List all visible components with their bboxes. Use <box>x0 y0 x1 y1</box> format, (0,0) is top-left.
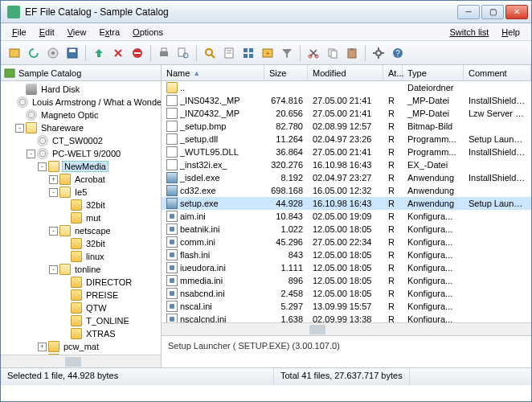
status-total: Total 41 files, 27.637.717 bytes <box>274 368 410 385</box>
tree-node-label: pcw_mat <box>62 342 100 351</box>
col-comment[interactable]: Comment <box>464 65 531 80</box>
menu-switch-list[interactable]: Switch list <box>443 26 495 39</box>
tree-node[interactable]: -PC-WELT 9/2000 <box>1 147 161 160</box>
file-row[interactable]: beatnik.ini1.02212.05.00 18:05RKonfigura… <box>162 223 531 236</box>
menu-view[interactable]: View <box>61 26 93 39</box>
tb-settings-icon[interactable] <box>370 44 387 62</box>
tb-paste-icon[interactable] <box>343 44 361 62</box>
file-row[interactable]: _setup.bmp82.78002.08.99 12:57RBitmap-Bi… <box>162 120 531 133</box>
tb-print-icon[interactable] <box>155 44 173 62</box>
tree-node[interactable]: -Ie5 <box>1 186 161 199</box>
tb-up-icon[interactable] <box>90 44 108 62</box>
menu-help[interactable]: Help <box>495 26 526 39</box>
tree-node[interactable]: XTRAS <box>1 327 161 340</box>
tree-node[interactable]: +Acrobat <box>1 173 161 186</box>
tb-recurse-icon[interactable]: + <box>259 44 276 62</box>
close-button[interactable]: ✕ <box>505 5 528 19</box>
file-name: _INS0432._MP <box>180 96 240 105</box>
exp-spacer <box>60 214 69 223</box>
collapse-icon[interactable]: - <box>49 227 58 236</box>
tb-stop-icon[interactable] <box>129 44 146 62</box>
list-hscrollbar[interactable] <box>162 322 531 335</box>
file-row[interactable]: nsabcnd.ini2.45812.05.00 18:05RKonfigura… <box>162 287 531 300</box>
tree-node[interactable]: QTW <box>1 302 161 314</box>
tree-node[interactable]: -Shareware <box>1 121 161 134</box>
collapse-icon[interactable]: - <box>49 265 58 274</box>
file-list[interactable]: ..Dateiordner_INS0432._MP674.81627.05.00… <box>162 81 531 322</box>
tb-filter-icon[interactable] <box>278 44 296 62</box>
tree-view[interactable]: Hard DiskLouis Armstrong / What a WondeM… <box>1 81 161 355</box>
file-size: 8.192 <box>264 173 308 183</box>
tree-hscrollbar[interactable] <box>1 355 161 367</box>
collapse-icon[interactable]: - <box>15 124 24 133</box>
col-attributes[interactable]: At... <box>383 65 403 80</box>
tree-node[interactable]: Magneto Optic <box>1 109 161 121</box>
tree-node[interactable]: -netscape <box>1 224 161 237</box>
col-name[interactable]: Name ▲ <box>162 65 264 80</box>
tree-node-label: XTRAS <box>84 329 117 338</box>
menu-extra[interactable]: Extra <box>92 26 126 39</box>
tb-copy-icon[interactable] <box>324 44 342 62</box>
folder-icon <box>71 199 82 211</box>
maximize-button[interactable]: ▢ <box>481 5 504 19</box>
collapse-icon[interactable]: - <box>38 162 47 171</box>
col-size[interactable]: Size <box>264 65 308 80</box>
tree-node[interactable]: -tonline <box>1 263 161 276</box>
file-row[interactable]: _inst32i.ex_320.27616.10.98 16:43REX_-Da… <box>162 158 531 171</box>
tb-properties-icon[interactable] <box>220 44 238 62</box>
tb-save-icon[interactable] <box>63 44 81 62</box>
file-row[interactable]: _setup.dll11.26402.04.97 23:26RProgramm.… <box>162 133 531 146</box>
ini-icon <box>166 301 178 312</box>
file-row[interactable]: nscal.ini5.29713.09.99 15:57RKonfigura..… <box>162 300 531 313</box>
file-row[interactable]: mmedia.ini89612.05.00 18:05RKonfigura... <box>162 274 531 287</box>
file-row[interactable]: _INS0432._MP674.81627.05.00 21:41R_MP-Da… <box>162 94 531 107</box>
tree-node[interactable]: PREISE <box>1 289 161 302</box>
menu-options[interactable]: Options <box>126 26 170 39</box>
file-row[interactable]: _WUTL95.DLL36.86427.05.00 21:41RProgramm… <box>162 146 531 158</box>
tree-node[interactable]: linux <box>1 250 161 263</box>
minimize-button[interactable]: ─ <box>457 5 480 19</box>
svg-text:+: + <box>266 50 270 57</box>
tree-node[interactable]: mut <box>1 211 161 224</box>
tb-add-disk-icon[interactable] <box>44 44 62 62</box>
file-row[interactable]: setup.exe44.92816.10.98 16:43RAnwendungS… <box>162 197 531 210</box>
tb-grid-icon[interactable] <box>239 44 257 62</box>
tree-node[interactable]: +pcw_mat <box>1 340 161 353</box>
tb-catalog-icon[interactable] <box>6 44 23 62</box>
file-row[interactable]: comm.ini45.29627.05.00 22:34RKonfigura..… <box>162 236 531 248</box>
tb-refresh-icon[interactable] <box>25 44 43 62</box>
file-row[interactable]: flash.ini84312.05.00 18:05RKonfigura... <box>162 248 531 261</box>
file-row[interactable]: nscalcnd.ini1.63802.09.99 13:38RKonfigur… <box>162 313 531 322</box>
file-size: 674.816 <box>264 96 308 105</box>
file-row[interactable]: cd32.exe698.16816.05.00 12:32RAnwendung <box>162 184 531 197</box>
tb-delete-icon[interactable] <box>109 44 127 62</box>
tb-search-icon[interactable] <box>201 44 219 62</box>
tree-node[interactable]: Louis Armstrong / What a Wonde <box>1 96 161 109</box>
tree-node[interactable]: 32bit <box>1 199 161 211</box>
tree-node[interactable]: 32bit <box>1 237 161 250</box>
exp-spacer <box>60 330 69 338</box>
collapse-icon[interactable]: - <box>27 150 35 158</box>
file-row[interactable]: iueudora.ini1.11112.05.00 18:05RKonfigur… <box>162 261 531 274</box>
expand-icon[interactable]: + <box>38 343 47 351</box>
menu-file[interactable]: File <box>6 26 33 39</box>
file-row[interactable]: ..Dateiordner <box>162 81 531 94</box>
tb-cut-icon[interactable] <box>305 44 322 62</box>
tree-node[interactable]: CT_SW0002 <box>1 134 161 147</box>
file-row[interactable]: aim.ini10.84302.05.00 19:09RKonfigura... <box>162 210 531 223</box>
file-comment: InstallShield Engine EXE ( <box>464 96 531 105</box>
file-row[interactable]: _isdel.exe8.19202.04.97 23:27RAnwendungI… <box>162 171 531 184</box>
menu-edit[interactable]: Edit <box>33 26 61 39</box>
tree-node[interactable]: -NewMedia <box>1 160 161 173</box>
tree-node[interactable]: Hard Disk <box>1 83 161 96</box>
tree-node[interactable]: T_ONLINE <box>1 314 161 327</box>
expand-icon[interactable]: + <box>49 175 58 184</box>
col-type[interactable]: Type <box>403 65 464 80</box>
tb-help-icon[interactable]: ? <box>389 44 407 62</box>
file-row[interactable]: _INZ0432._MP20.65627.05.00 21:41R_MP-Dat… <box>162 107 531 120</box>
tb-preview-icon[interactable] <box>174 44 192 62</box>
tree-node[interactable]: DIRECTOR <box>1 276 161 289</box>
collapse-icon[interactable]: - <box>49 188 58 197</box>
file-modified: 12.05.00 18:05 <box>308 250 383 260</box>
col-modified[interactable]: Modified <box>308 65 383 80</box>
